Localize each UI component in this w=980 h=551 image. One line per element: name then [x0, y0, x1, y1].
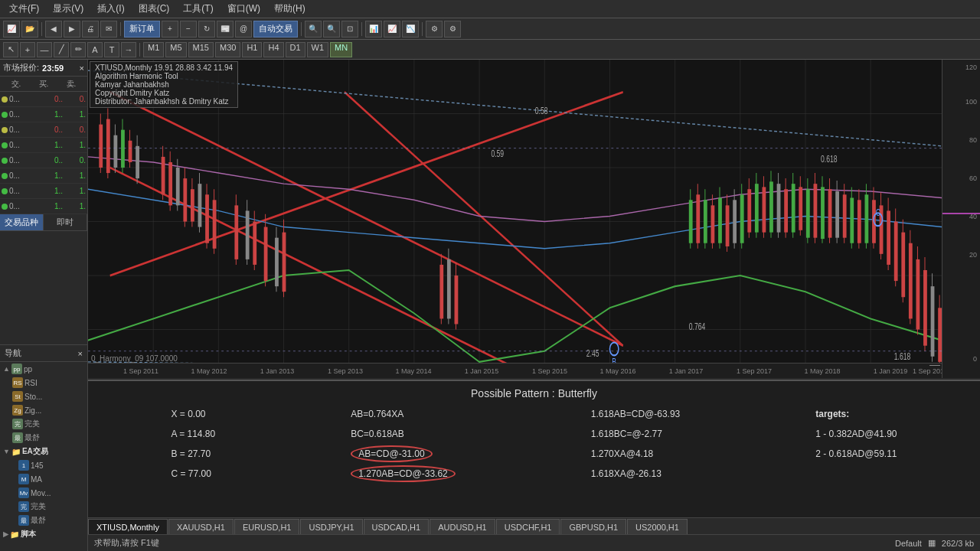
menu-chart[interactable]: 图表(C) [132, 1, 176, 17]
mail-btn[interactable]: ✉ [100, 21, 117, 37]
symbol-row-1[interactable]: 0... 0.. 0. [0, 92, 87, 107]
tf-w1[interactable]: W1 [307, 42, 329, 57]
nav-group-ea[interactable]: ▼ 📁 EA交易 [0, 445, 87, 458]
tab-usdcad-h1[interactable]: USDCAD,H1 [364, 519, 430, 534]
tab-gbpusd-h1[interactable]: GBPUSD,H1 [560, 519, 626, 534]
nav-group-script[interactable]: ▶ 📁 脚本 [0, 527, 87, 541]
tf-d1[interactable]: D1 [286, 42, 305, 57]
nav-wm[interactable]: 完 完美 [0, 500, 87, 514]
nav-zf[interactable]: 最 最舒 [0, 431, 87, 445]
pattern-bc-ab-value: BC=0.618AB [351, 429, 404, 439]
navigator-panel: 导航 × ▲ pp pp RS RSI St Sto... Zg [0, 344, 87, 551]
tf-m1[interactable]: M1 [143, 42, 164, 57]
tf-m15[interactable]: M15 [188, 42, 214, 57]
market-close-btn[interactable]: × [80, 64, 84, 73]
chart-info-line4: Copyright Dmitry Katz [95, 89, 233, 97]
menu-help[interactable]: 帮助(H) [268, 1, 312, 17]
symbol-row-5[interactable]: 0... 0.. 0. [0, 153, 87, 168]
symbol-row-4[interactable]: 0... 1.. 1. [0, 138, 87, 153]
back-btn[interactable]: ◀ [45, 21, 62, 37]
symbol-row-2[interactable]: 0... 1.. 1. [0, 107, 87, 122]
chart-main[interactable]: XTIUSD,Monthly 19.91 28.88 3.42 11.94 Al… [88, 60, 980, 378]
print-btn[interactable]: 🖨 [82, 21, 99, 37]
line-btn[interactable]: 📈 [384, 21, 400, 37]
arrow-tool[interactable]: → [121, 42, 136, 57]
tab-audusd-h1[interactable]: AUDUSD,H1 [430, 519, 495, 534]
symbol-dot-2 [2, 112, 8, 118]
nav-rsi[interactable]: RS RSI [0, 376, 87, 390]
indicator-btn[interactable]: ⚙ [426, 21, 443, 37]
svg-rect-31 [129, 141, 132, 162]
tf-mn[interactable]: MN [330, 42, 352, 57]
tab-immediate[interactable]: 即时 [44, 214, 87, 230]
nav-zs[interactable]: 最 最舒 [0, 514, 87, 527]
line-tool[interactable]: ╱ [54, 42, 69, 57]
tab-xtiusd-monthly[interactable]: XTIUSD,Monthly [88, 519, 168, 534]
tf-h4[interactable]: H4 [263, 42, 283, 57]
tab-eurusd-h1[interactable]: EURUSD,H1 [234, 519, 300, 534]
navigator-close-btn[interactable]: × [78, 349, 83, 358]
tf-m30[interactable]: M30 [215, 42, 240, 57]
tab-symbols[interactable]: 交易品种 [0, 214, 44, 230]
new-chart-btn[interactable]: 📈 [3, 21, 20, 37]
symbol-row-7[interactable]: 0... 1.. 1. [0, 184, 87, 199]
label-tool[interactable]: T [104, 42, 119, 57]
symbol-row-3[interactable]: 0... 0.. 0. [0, 122, 87, 138]
pen-tool[interactable]: ✏ [70, 42, 86, 57]
hline-tool[interactable]: — [37, 42, 52, 57]
symbol-row-6[interactable]: 0... 1.. 1. [0, 168, 87, 184]
nav-wj[interactable]: 完 完美 [0, 417, 87, 431]
tf-h1[interactable]: H1 [242, 42, 262, 57]
pattern-270xa-value: 1.270XA@4.18 [591, 448, 654, 459]
crosshair-tool[interactable]: + [20, 42, 35, 57]
menubar: 文件(F) 显示(V) 插入(I) 图表(C) 工具(T) 窗口(W) 帮助(H… [0, 0, 980, 18]
menu-view[interactable]: 显示(V) [47, 1, 90, 17]
new-order-btn[interactable]: 新订单 [124, 21, 160, 37]
menu-tools[interactable]: 工具(T) [177, 1, 219, 17]
market-tabs: 交易品种 即时 [0, 214, 87, 231]
minus-btn[interactable]: − [180, 21, 197, 37]
nav-label-sto: Sto... [24, 393, 42, 401]
nav-label-zig: Zig... [24, 406, 41, 415]
scroll-right-btn[interactable]: — [929, 358, 940, 370]
nav-sto[interactable]: St Sto... [0, 390, 87, 403]
symbol-val1-6: 1.. [41, 171, 63, 180]
menu-file[interactable]: 文件(F) [3, 1, 45, 17]
toolbar-sep-5 [422, 22, 423, 36]
market-watch: 市场报价: 23:59 × 交. 买. 卖. 0... 0.. 0. [0, 60, 87, 344]
fit-btn[interactable]: ⊡ [341, 21, 358, 37]
tf-m5[interactable]: M5 [165, 42, 186, 57]
refresh-btn[interactable]: ↻ [198, 21, 215, 37]
svg-text:1.618: 1.618 [894, 350, 911, 361]
plus-btn[interactable]: + [162, 21, 178, 37]
tab-us2000-h1[interactable]: US2000,H1 [627, 519, 688, 534]
nav-ma[interactable]: M MA [0, 472, 87, 486]
nav-icon-pp: pp [11, 364, 22, 374]
bar-btn[interactable]: 📉 [402, 21, 419, 37]
email-btn[interactable]: @ [235, 21, 252, 37]
text-tool[interactable]: A [87, 42, 103, 57]
forward-btn[interactable]: ▶ [64, 21, 80, 37]
zoom-in-btn[interactable]: 🔍 [305, 21, 322, 37]
zoom-out-btn[interactable]: 🔍 [323, 21, 340, 37]
nav-pp[interactable]: ▲ pp pp [0, 362, 87, 376]
tab-usdchf-h1[interactable]: USDCHF,H1 [496, 519, 560, 534]
menu-window[interactable]: 窗口(W) [221, 1, 266, 17]
nav-zig[interactable]: Zg Zig... [0, 403, 87, 417]
pattern-x: X = 0.00 [171, 406, 215, 422]
status-memory: 262/3 kb [942, 539, 974, 548]
pattern-c-value: C = 77.00 [171, 468, 211, 479]
menu-insert[interactable]: 插入(I) [91, 1, 130, 17]
news-btn[interactable]: 📰 [217, 21, 234, 37]
autotrading-btn[interactable]: 自动交易 [253, 21, 298, 37]
settings-btn[interactable]: ⚙ [444, 21, 461, 37]
tab-xauusd-h1[interactable]: XAUUSD,H1 [168, 519, 234, 534]
pattern-target1-value: 1 - 0.382AD@41.90 [815, 429, 897, 439]
chart-type-btn[interactable]: 📊 [365, 21, 382, 37]
nav-mov[interactable]: Mv Mov... [0, 486, 87, 500]
cursor-tool[interactable]: ↖ [3, 42, 18, 57]
symbol-row-8[interactable]: 0... 1.. 1. [0, 199, 87, 214]
tab-usdjpy-h1[interactable]: USDJPY,H1 [300, 519, 362, 534]
nav-145[interactable]: 1 145 [0, 458, 87, 472]
open-btn[interactable]: 📂 [21, 21, 38, 37]
